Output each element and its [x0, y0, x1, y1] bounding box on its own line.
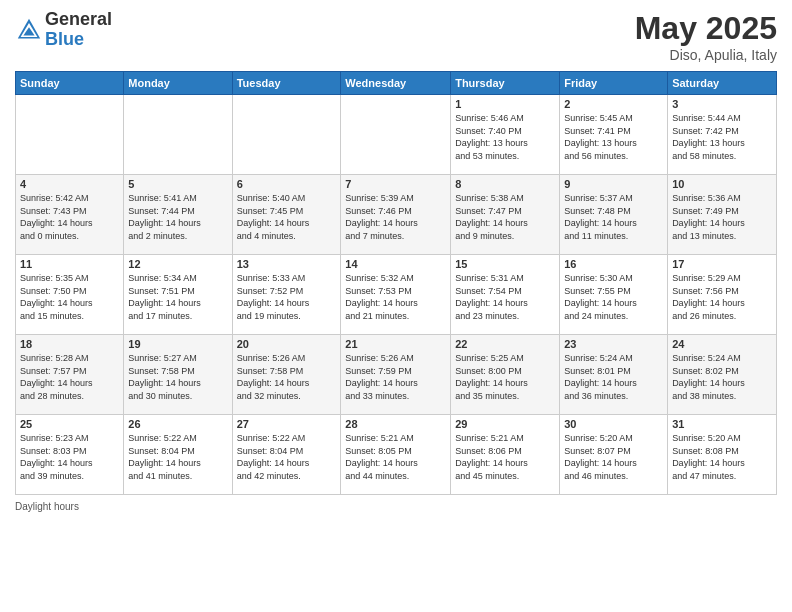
calendar-cell: 7Sunrise: 5:39 AMSunset: 7:46 PMDaylight…: [341, 175, 451, 255]
calendar-cell: 27Sunrise: 5:22 AMSunset: 8:04 PMDayligh…: [232, 415, 341, 495]
day-info: Sunrise: 5:22 AMSunset: 8:04 PMDaylight:…: [237, 432, 337, 482]
day-info: Sunrise: 5:21 AMSunset: 8:05 PMDaylight:…: [345, 432, 446, 482]
day-info: Sunrise: 5:21 AMSunset: 8:06 PMDaylight:…: [455, 432, 555, 482]
week-row-4: 25Sunrise: 5:23 AMSunset: 8:03 PMDayligh…: [16, 415, 777, 495]
day-info: Sunrise: 5:34 AMSunset: 7:51 PMDaylight:…: [128, 272, 227, 322]
day-number: 25: [20, 418, 119, 430]
day-number: 20: [237, 338, 337, 350]
day-number: 27: [237, 418, 337, 430]
day-number: 30: [564, 418, 663, 430]
day-info: Sunrise: 5:41 AMSunset: 7:44 PMDaylight:…: [128, 192, 227, 242]
calendar-cell: 20Sunrise: 5:26 AMSunset: 7:58 PMDayligh…: [232, 335, 341, 415]
day-number: 31: [672, 418, 772, 430]
day-number: 19: [128, 338, 227, 350]
days-header-row: SundayMondayTuesdayWednesdayThursdayFrid…: [16, 72, 777, 95]
day-number: 13: [237, 258, 337, 270]
day-number: 21: [345, 338, 446, 350]
calendar-cell: 8Sunrise: 5:38 AMSunset: 7:47 PMDaylight…: [451, 175, 560, 255]
day-info: Sunrise: 5:26 AMSunset: 7:58 PMDaylight:…: [237, 352, 337, 402]
day-info: Sunrise: 5:26 AMSunset: 7:59 PMDaylight:…: [345, 352, 446, 402]
day-number: 14: [345, 258, 446, 270]
calendar-cell: 4Sunrise: 5:42 AMSunset: 7:43 PMDaylight…: [16, 175, 124, 255]
day-number: 10: [672, 178, 772, 190]
calendar-cell: 15Sunrise: 5:31 AMSunset: 7:54 PMDayligh…: [451, 255, 560, 335]
day-number: 22: [455, 338, 555, 350]
day-info: Sunrise: 5:25 AMSunset: 8:00 PMDaylight:…: [455, 352, 555, 402]
week-row-0: 1Sunrise: 5:46 AMSunset: 7:40 PMDaylight…: [16, 95, 777, 175]
calendar-cell: 12Sunrise: 5:34 AMSunset: 7:51 PMDayligh…: [124, 255, 232, 335]
day-number: 1: [455, 98, 555, 110]
logo-blue-text: Blue: [45, 30, 112, 50]
calendar-cell: 5Sunrise: 5:41 AMSunset: 7:44 PMDaylight…: [124, 175, 232, 255]
calendar-cell: 9Sunrise: 5:37 AMSunset: 7:48 PMDaylight…: [560, 175, 668, 255]
day-info: Sunrise: 5:37 AMSunset: 7:48 PMDaylight:…: [564, 192, 663, 242]
main-title: May 2025: [635, 10, 777, 47]
day-info: Sunrise: 5:31 AMSunset: 7:54 PMDaylight:…: [455, 272, 555, 322]
calendar-cell: 25Sunrise: 5:23 AMSunset: 8:03 PMDayligh…: [16, 415, 124, 495]
day-header-saturday: Saturday: [668, 72, 777, 95]
day-info: Sunrise: 5:39 AMSunset: 7:46 PMDaylight:…: [345, 192, 446, 242]
calendar-cell: 14Sunrise: 5:32 AMSunset: 7:53 PMDayligh…: [341, 255, 451, 335]
day-header-tuesday: Tuesday: [232, 72, 341, 95]
day-info: Sunrise: 5:23 AMSunset: 8:03 PMDaylight:…: [20, 432, 119, 482]
day-info: Sunrise: 5:33 AMSunset: 7:52 PMDaylight:…: [237, 272, 337, 322]
calendar-cell: 30Sunrise: 5:20 AMSunset: 8:07 PMDayligh…: [560, 415, 668, 495]
logo-general-text: General: [45, 10, 112, 30]
day-number: 29: [455, 418, 555, 430]
calendar-cell: 24Sunrise: 5:24 AMSunset: 8:02 PMDayligh…: [668, 335, 777, 415]
calendar-body: 1Sunrise: 5:46 AMSunset: 7:40 PMDaylight…: [16, 95, 777, 495]
day-number: 9: [564, 178, 663, 190]
day-number: 3: [672, 98, 772, 110]
day-number: 5: [128, 178, 227, 190]
day-number: 6: [237, 178, 337, 190]
calendar-cell: [16, 95, 124, 175]
day-info: Sunrise: 5:28 AMSunset: 7:57 PMDaylight:…: [20, 352, 119, 402]
day-number: 12: [128, 258, 227, 270]
week-row-1: 4Sunrise: 5:42 AMSunset: 7:43 PMDaylight…: [16, 175, 777, 255]
day-info: Sunrise: 5:38 AMSunset: 7:47 PMDaylight:…: [455, 192, 555, 242]
day-info: Sunrise: 5:44 AMSunset: 7:42 PMDaylight:…: [672, 112, 772, 162]
header: General Blue May 2025 Diso, Apulia, Ital…: [15, 10, 777, 63]
day-info: Sunrise: 5:40 AMSunset: 7:45 PMDaylight:…: [237, 192, 337, 242]
calendar-cell: 29Sunrise: 5:21 AMSunset: 8:06 PMDayligh…: [451, 415, 560, 495]
daylight-label: Daylight hours: [15, 501, 79, 512]
subtitle: Diso, Apulia, Italy: [635, 47, 777, 63]
calendar-cell: 2Sunrise: 5:45 AMSunset: 7:41 PMDaylight…: [560, 95, 668, 175]
day-number: 16: [564, 258, 663, 270]
day-number: 23: [564, 338, 663, 350]
day-info: Sunrise: 5:30 AMSunset: 7:55 PMDaylight:…: [564, 272, 663, 322]
calendar-table: SundayMondayTuesdayWednesdayThursdayFrid…: [15, 71, 777, 495]
day-info: Sunrise: 5:20 AMSunset: 8:07 PMDaylight:…: [564, 432, 663, 482]
day-number: 7: [345, 178, 446, 190]
calendar-cell: 3Sunrise: 5:44 AMSunset: 7:42 PMDaylight…: [668, 95, 777, 175]
calendar-cell: 28Sunrise: 5:21 AMSunset: 8:05 PMDayligh…: [341, 415, 451, 495]
calendar-cell: 10Sunrise: 5:36 AMSunset: 7:49 PMDayligh…: [668, 175, 777, 255]
day-info: Sunrise: 5:32 AMSunset: 7:53 PMDaylight:…: [345, 272, 446, 322]
calendar-cell: 17Sunrise: 5:29 AMSunset: 7:56 PMDayligh…: [668, 255, 777, 335]
day-info: Sunrise: 5:20 AMSunset: 8:08 PMDaylight:…: [672, 432, 772, 482]
calendar-cell: 22Sunrise: 5:25 AMSunset: 8:00 PMDayligh…: [451, 335, 560, 415]
calendar-cell: 6Sunrise: 5:40 AMSunset: 7:45 PMDaylight…: [232, 175, 341, 255]
day-header-friday: Friday: [560, 72, 668, 95]
day-number: 15: [455, 258, 555, 270]
day-info: Sunrise: 5:35 AMSunset: 7:50 PMDaylight:…: [20, 272, 119, 322]
calendar-cell: [232, 95, 341, 175]
day-number: 26: [128, 418, 227, 430]
day-info: Sunrise: 5:27 AMSunset: 7:58 PMDaylight:…: [128, 352, 227, 402]
week-row-2: 11Sunrise: 5:35 AMSunset: 7:50 PMDayligh…: [16, 255, 777, 335]
calendar-cell: 21Sunrise: 5:26 AMSunset: 7:59 PMDayligh…: [341, 335, 451, 415]
day-info: Sunrise: 5:42 AMSunset: 7:43 PMDaylight:…: [20, 192, 119, 242]
day-info: Sunrise: 5:24 AMSunset: 8:01 PMDaylight:…: [564, 352, 663, 402]
logo-text: General Blue: [45, 10, 112, 50]
day-info: Sunrise: 5:36 AMSunset: 7:49 PMDaylight:…: [672, 192, 772, 242]
calendar-cell: 1Sunrise: 5:46 AMSunset: 7:40 PMDaylight…: [451, 95, 560, 175]
page: General Blue May 2025 Diso, Apulia, Ital…: [0, 0, 792, 612]
day-header-monday: Monday: [124, 72, 232, 95]
day-number: 17: [672, 258, 772, 270]
calendar-cell: 16Sunrise: 5:30 AMSunset: 7:55 PMDayligh…: [560, 255, 668, 335]
logo-icon: [15, 16, 43, 44]
day-info: Sunrise: 5:46 AMSunset: 7:40 PMDaylight:…: [455, 112, 555, 162]
calendar-cell: [124, 95, 232, 175]
calendar-cell: 13Sunrise: 5:33 AMSunset: 7:52 PMDayligh…: [232, 255, 341, 335]
footer: Daylight hours: [15, 501, 777, 512]
